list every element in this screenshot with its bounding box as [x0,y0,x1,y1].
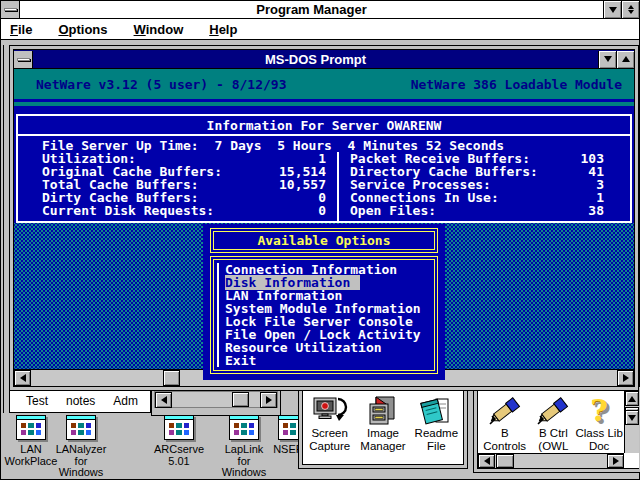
minimize-button[interactable] [598,51,616,68]
partial-icon-label: notes [66,394,95,412]
restore-button[interactable] [621,1,639,18]
question-mark-icon: ? [590,396,608,426]
program-group-icon [164,415,194,440]
scroll-right-button[interactable] [260,392,277,408]
menu-file[interactable]: File [10,22,32,37]
msdos-prompt-window: MS-DOS Prompt NetWare v3.12 (5 user) - 8… [9,45,639,391]
app-icon-readme-file[interactable]: ReadmeFile [410,395,463,453]
stat-row: Current Disk Requests:0 [18,204,338,217]
maximize-button[interactable] [616,51,634,68]
horizontal-scrollbar[interactable] [14,369,634,386]
netware-module: NetWare 386 Loadable Module [411,78,622,91]
image-manager-icon [356,395,409,427]
partial-icon-label: Test [26,394,48,412]
program-manager-window: Program Manager File Options Window Help… [0,0,640,480]
server-info-title: Information For Server OWARENW [18,116,630,136]
program-group-icon [66,415,96,440]
options-menu-title: Available Options [210,228,438,253]
control-menu-icon[interactable] [14,51,33,68]
background-window-edge [3,45,4,413]
screen-capture-icon [303,395,356,427]
scrollbar-thumb[interactable] [232,392,249,407]
app-icon-image-manager[interactable]: ImageManager [356,395,409,453]
group-window-tools: ScreenCapture [298,386,468,469]
menu-bar: File Options Window Help [1,19,639,40]
program-manager-titlebar: Program Manager [1,1,639,19]
option-exit[interactable]: Exit [225,354,432,367]
scroll-left-button[interactable] [155,392,172,408]
scrollbar-track[interactable] [172,392,260,407]
partial-group-window[interactable]: Test notes Adm [9,389,151,413]
server-info-panel: Information For Server OWARENW File Serv… [16,114,632,223]
program-manager-workspace: Test notes Adm LANWorkPlace LANalyzerfor… [1,41,639,479]
scrollbar-track[interactable] [495,454,607,468]
group-icon-lanalyzer[interactable]: LANalyzerforWindows [39,415,123,479]
stat-row: Open Files:38 [338,204,630,217]
scrollbar-thumb[interactable] [496,454,514,468]
netware-version: NetWare v3.12 (5 user) - 8/12/93 [36,78,286,91]
horizontal-scrollbar[interactable] [478,453,624,468]
control-menu-icon[interactable] [1,1,20,18]
scroll-left-button[interactable] [14,370,31,386]
scroll-down-button[interactable] [625,410,639,425]
dos-screen: NetWare v3.12 (5 user) - 8/12/93 NetWare… [14,68,634,386]
msdos-titlebar: MS-DOS Prompt [14,50,634,68]
netware-banner: NetWare v3.12 (5 user) - 8/12/93 NetWare… [14,69,634,99]
group-window-borland: B Controls(MFC 2.5) [473,386,640,473]
app-icon-screen-capture[interactable]: ScreenCapture [303,395,356,453]
dos-dither-background: Available Options Connection Information… [14,223,634,369]
minimize-button[interactable] [603,1,621,18]
column-divider [337,152,339,221]
available-options-menu: Available Options Connection Information… [203,224,445,380]
menu-window[interactable]: Window [134,22,184,37]
vertical-scrollbar[interactable] [624,391,639,453]
scrollbar-track[interactable] [31,370,617,386]
scrollbar-thumb[interactable] [163,370,180,386]
menu-options[interactable]: Options [58,22,107,37]
readme-file-icon [410,395,463,427]
partial-icon-label: Adm [113,394,138,412]
msdos-window-title: MS-DOS Prompt [33,52,598,67]
scroll-right-button[interactable] [617,370,634,386]
pen-icon [478,395,531,427]
scroll-up-button[interactable] [625,391,639,406]
scroll-right-button[interactable] [607,454,624,468]
scroll-left-button[interactable] [478,454,495,468]
window-title: Program Manager [20,2,603,17]
options-menu-list: Connection Information Disk Information … [210,256,438,374]
pen-icon [531,395,575,427]
menu-help[interactable]: Help [209,22,237,37]
